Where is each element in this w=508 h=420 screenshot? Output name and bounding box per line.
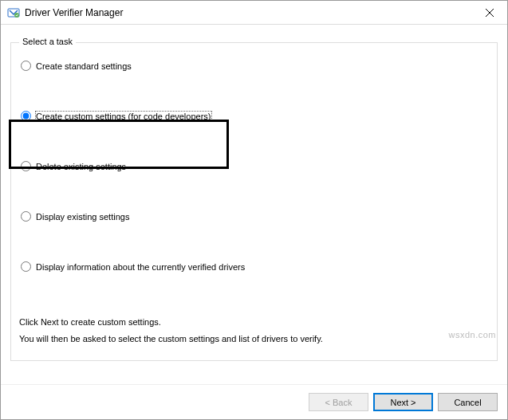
radio-input-display-info[interactable] [21, 261, 31, 272]
radio-display-info[interactable]: Display information about the currently … [19, 261, 489, 272]
radio-input-display-existing[interactable] [21, 211, 31, 222]
close-icon [486, 9, 494, 17]
radio-create-custom[interactable]: Create custom settings (for code develop… [19, 111, 489, 121]
window-title: Driver Verifier Manager [25, 7, 471, 18]
groupbox-legend: Select a task [19, 37, 76, 46]
radio-label-create-standard: Create standard settings [36, 61, 132, 71]
button-bar: < Back Next > Cancel [1, 384, 507, 419]
radio-input-create-custom[interactable] [21, 111, 31, 121]
close-button[interactable] [471, 1, 507, 24]
cancel-button[interactable]: Cancel [438, 393, 498, 411]
radio-display-existing[interactable]: Display existing settings [19, 211, 489, 222]
radio-input-create-standard[interactable] [21, 61, 31, 71]
info-line-1: Click Next to create custom settings. [19, 314, 489, 331]
task-groupbox: Select a task Create standard settings C… [10, 42, 498, 361]
radio-label-display-existing: Display existing settings [36, 212, 129, 222]
window: Driver Verifier Manager Select a task Cr… [0, 0, 508, 420]
info-text: Click Next to create custom settings. Yo… [19, 314, 489, 347]
info-line-2: You will then be asked to select the cus… [19, 331, 489, 347]
titlebar[interactable]: Driver Verifier Manager [1, 1, 507, 25]
radio-label-create-custom: Create custom settings (for code develop… [36, 112, 211, 121]
app-icon [7, 6, 20, 19]
radio-label-delete-existing: Delete existing settings [36, 162, 126, 171]
content-area: Select a task Create standard settings C… [1, 25, 507, 384]
svg-point-1 [14, 13, 19, 18]
next-button[interactable]: Next > [373, 393, 433, 411]
radio-input-delete-existing[interactable] [21, 161, 31, 171]
radio-delete-existing[interactable]: Delete existing settings [19, 161, 489, 171]
watermark: wsxdn.com [448, 330, 496, 340]
radio-create-standard[interactable]: Create standard settings [19, 61, 489, 71]
back-button: < Back [309, 393, 368, 411]
radio-label-display-info: Display information about the currently … [36, 262, 245, 272]
